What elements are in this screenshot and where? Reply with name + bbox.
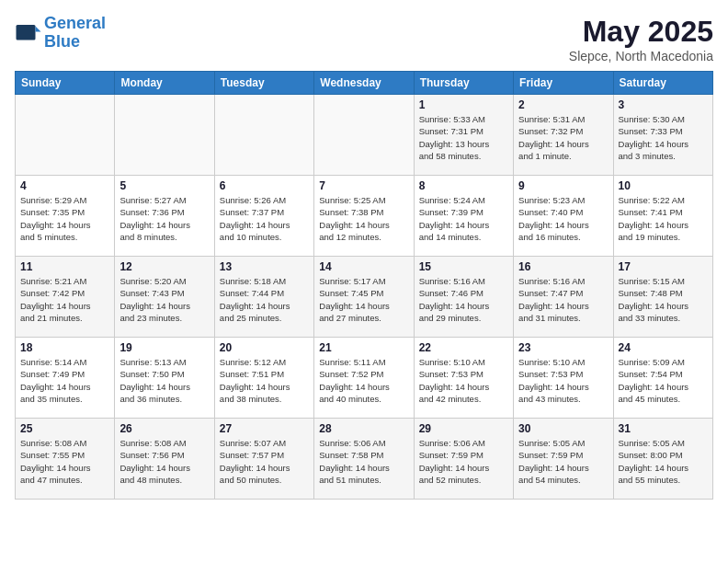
day-number: 15	[419, 260, 508, 273]
calendar-cell: 31Sunrise: 5:05 AM Sunset: 8:00 PM Dayli…	[613, 419, 712, 500]
day-info: Sunrise: 5:10 AM Sunset: 7:53 PM Dayligh…	[419, 356, 508, 405]
weekday-friday: Friday	[514, 72, 613, 95]
day-number: 17	[619, 260, 708, 273]
week-row-3: 11Sunrise: 5:21 AM Sunset: 7:42 PM Dayli…	[16, 257, 713, 338]
day-info: Sunrise: 5:14 AM Sunset: 7:49 PM Dayligh…	[20, 356, 109, 405]
calendar-cell: 14Sunrise: 5:17 AM Sunset: 7:45 PM Dayli…	[314, 257, 414, 338]
calendar-cell: 27Sunrise: 5:07 AM Sunset: 7:57 PM Dayli…	[214, 419, 313, 500]
day-info: Sunrise: 5:09 AM Sunset: 7:54 PM Dayligh…	[619, 356, 708, 405]
calendar-body: 1Sunrise: 5:33 AM Sunset: 7:31 PM Daylig…	[16, 95, 713, 500]
day-number: 12	[119, 260, 209, 273]
day-info: Sunrise: 5:22 AM Sunset: 7:41 PM Dayligh…	[619, 194, 708, 243]
logo-icon	[15, 19, 42, 47]
day-number: 24	[619, 341, 708, 354]
logo-line1: General	[44, 14, 106, 32]
day-info: Sunrise: 5:21 AM Sunset: 7:42 PM Dayligh…	[20, 275, 109, 324]
day-number: 8	[419, 179, 508, 192]
logo: General Blue	[15, 15, 106, 52]
day-number: 30	[518, 422, 608, 435]
day-number: 18	[20, 341, 109, 354]
day-info: Sunrise: 5:23 AM Sunset: 7:40 PM Dayligh…	[518, 194, 608, 243]
svg-rect-0	[17, 25, 36, 40]
day-info: Sunrise: 5:05 AM Sunset: 8:00 PM Dayligh…	[619, 437, 708, 486]
weekday-wednesday: Wednesday	[314, 72, 414, 95]
day-info: Sunrise: 5:15 AM Sunset: 7:48 PM Dayligh…	[619, 275, 708, 324]
week-row-1: 1Sunrise: 5:33 AM Sunset: 7:31 PM Daylig…	[16, 95, 713, 176]
weekday-saturday: Saturday	[613, 72, 712, 95]
day-number: 4	[20, 179, 109, 192]
calendar-cell: 29Sunrise: 5:06 AM Sunset: 7:59 PM Dayli…	[414, 419, 513, 500]
logo-text: General Blue	[44, 15, 106, 52]
calendar-cell: 4Sunrise: 5:29 AM Sunset: 7:35 PM Daylig…	[16, 176, 115, 257]
title-block: May 2025 Slepce, North Macedonia	[569, 15, 713, 63]
calendar-cell: 19Sunrise: 5:13 AM Sunset: 7:50 PM Dayli…	[115, 338, 214, 419]
week-row-2: 4Sunrise: 5:29 AM Sunset: 7:35 PM Daylig…	[16, 176, 713, 257]
calendar-table: SundayMondayTuesdayWednesdayThursdayFrid…	[15, 71, 713, 500]
calendar-cell: 18Sunrise: 5:14 AM Sunset: 7:49 PM Dayli…	[16, 338, 115, 419]
calendar-cell: 3Sunrise: 5:30 AM Sunset: 7:33 PM Daylig…	[613, 95, 712, 176]
day-info: Sunrise: 5:08 AM Sunset: 7:56 PM Dayligh…	[119, 437, 209, 486]
day-number: 26	[119, 422, 209, 435]
day-info: Sunrise: 5:06 AM Sunset: 7:58 PM Dayligh…	[319, 437, 408, 486]
day-info: Sunrise: 5:11 AM Sunset: 7:52 PM Dayligh…	[319, 356, 408, 405]
calendar-cell: 2Sunrise: 5:31 AM Sunset: 7:32 PM Daylig…	[514, 95, 613, 176]
day-number: 9	[518, 179, 608, 192]
logo-line2: Blue	[44, 32, 80, 51]
day-info: Sunrise: 5:12 AM Sunset: 7:51 PM Dayligh…	[220, 356, 309, 405]
weekday-sunday: Sunday	[16, 72, 115, 95]
calendar-cell: 21Sunrise: 5:11 AM Sunset: 7:52 PM Dayli…	[314, 338, 414, 419]
day-info: Sunrise: 5:25 AM Sunset: 7:38 PM Dayligh…	[319, 194, 408, 243]
calendar-cell: 12Sunrise: 5:20 AM Sunset: 7:43 PM Dayli…	[115, 257, 214, 338]
calendar-cell: 5Sunrise: 5:27 AM Sunset: 7:36 PM Daylig…	[115, 176, 214, 257]
day-info: Sunrise: 5:10 AM Sunset: 7:53 PM Dayligh…	[518, 356, 608, 405]
calendar-cell: 9Sunrise: 5:23 AM Sunset: 7:40 PM Daylig…	[514, 176, 613, 257]
day-info: Sunrise: 5:18 AM Sunset: 7:44 PM Dayligh…	[220, 275, 309, 324]
month-title: May 2025	[569, 15, 713, 49]
day-number: 5	[119, 179, 209, 192]
weekday-tuesday: Tuesday	[214, 72, 313, 95]
day-info: Sunrise: 5:13 AM Sunset: 7:50 PM Dayligh…	[119, 356, 209, 405]
calendar-cell	[115, 95, 214, 176]
day-info: Sunrise: 5:29 AM Sunset: 7:35 PM Dayligh…	[20, 194, 109, 243]
calendar-cell: 10Sunrise: 5:22 AM Sunset: 7:41 PM Dayli…	[613, 176, 712, 257]
day-number: 28	[319, 422, 408, 435]
day-info: Sunrise: 5:26 AM Sunset: 7:37 PM Dayligh…	[220, 194, 309, 243]
weekday-header-row: SundayMondayTuesdayWednesdayThursdayFrid…	[16, 72, 713, 95]
day-info: Sunrise: 5:05 AM Sunset: 7:59 PM Dayligh…	[518, 437, 608, 486]
day-info: Sunrise: 5:16 AM Sunset: 7:46 PM Dayligh…	[419, 275, 508, 324]
day-info: Sunrise: 5:07 AM Sunset: 7:57 PM Dayligh…	[220, 437, 309, 486]
day-info: Sunrise: 5:17 AM Sunset: 7:45 PM Dayligh…	[319, 275, 408, 324]
calendar-cell: 28Sunrise: 5:06 AM Sunset: 7:58 PM Dayli…	[314, 419, 414, 500]
weekday-monday: Monday	[115, 72, 214, 95]
calendar-cell: 30Sunrise: 5:05 AM Sunset: 7:59 PM Dayli…	[514, 419, 613, 500]
day-info: Sunrise: 5:16 AM Sunset: 7:47 PM Dayligh…	[518, 275, 608, 324]
day-number: 13	[220, 260, 309, 273]
day-info: Sunrise: 5:31 AM Sunset: 7:32 PM Dayligh…	[518, 113, 608, 162]
day-number: 11	[20, 260, 109, 273]
calendar-cell: 25Sunrise: 5:08 AM Sunset: 7:55 PM Dayli…	[16, 419, 115, 500]
week-row-5: 25Sunrise: 5:08 AM Sunset: 7:55 PM Dayli…	[16, 419, 713, 500]
calendar-cell: 26Sunrise: 5:08 AM Sunset: 7:56 PM Dayli…	[115, 419, 214, 500]
day-number: 22	[419, 341, 508, 354]
calendar-cell: 16Sunrise: 5:16 AM Sunset: 7:47 PM Dayli…	[514, 257, 613, 338]
day-number: 27	[220, 422, 309, 435]
day-info: Sunrise: 5:20 AM Sunset: 7:43 PM Dayligh…	[119, 275, 209, 324]
calendar-cell	[314, 95, 414, 176]
day-number: 10	[619, 179, 708, 192]
week-row-4: 18Sunrise: 5:14 AM Sunset: 7:49 PM Dayli…	[16, 338, 713, 419]
day-info: Sunrise: 5:27 AM Sunset: 7:36 PM Dayligh…	[119, 194, 209, 243]
calendar-cell	[214, 95, 313, 176]
day-number: 31	[619, 422, 708, 435]
day-number: 23	[518, 341, 608, 354]
day-number: 19	[119, 341, 209, 354]
day-number: 1	[419, 98, 508, 111]
calendar-cell: 20Sunrise: 5:12 AM Sunset: 7:51 PM Dayli…	[214, 338, 313, 419]
page-header: General Blue May 2025 Slepce, North Mace…	[15, 15, 713, 63]
calendar-cell: 6Sunrise: 5:26 AM Sunset: 7:37 PM Daylig…	[214, 176, 313, 257]
day-number: 2	[518, 98, 608, 111]
day-number: 25	[20, 422, 109, 435]
day-number: 7	[319, 179, 408, 192]
calendar-cell: 22Sunrise: 5:10 AM Sunset: 7:53 PM Dayli…	[414, 338, 513, 419]
calendar-cell: 7Sunrise: 5:25 AM Sunset: 7:38 PM Daylig…	[314, 176, 414, 257]
calendar-cell: 17Sunrise: 5:15 AM Sunset: 7:48 PM Dayli…	[613, 257, 712, 338]
